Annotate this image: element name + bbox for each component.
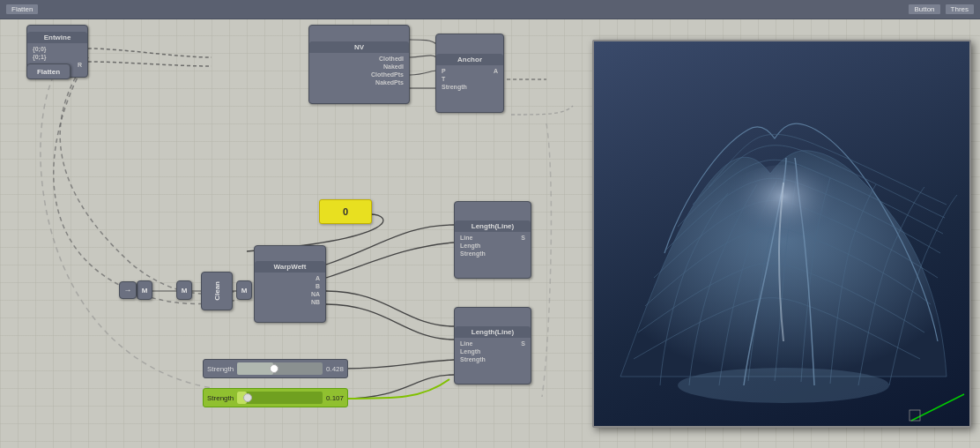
m-node-mid[interactable]: M: [176, 280, 192, 300]
warpweft-node[interactable]: WarpWeft A B NA NB: [254, 245, 326, 323]
llb-port-length: Length: [458, 347, 527, 355]
slider-knob-1[interactable]: [270, 364, 278, 373]
svg-point-1: [678, 368, 889, 403]
warpweft-port-a: A: [258, 274, 322, 282]
strength-label-1: Strength: [207, 365, 234, 373]
warpweft-port-nb: NB: [258, 298, 322, 306]
number-zero-label: 0: [343, 206, 348, 217]
llb-port-line: Line S: [458, 340, 527, 347]
flatten-left-node[interactable]: Flatten: [26, 63, 71, 79]
llt-port-strength: Strength: [458, 250, 527, 258]
mesh-svg: [594, 41, 971, 428]
anchor-port-p: P A: [440, 67, 500, 75]
llb-port-strength: Strength: [458, 355, 527, 363]
warpweft-port-b: B: [258, 282, 322, 290]
strength-slider-1[interactable]: Strength 0.428: [203, 359, 348, 378]
nv-node[interactable]: NV ClothedI NakedI ClothedPts NakedPts: [308, 25, 410, 104]
entwine-port-0: {0;0}: [31, 45, 84, 53]
warpweft-port-na: NA: [258, 290, 322, 298]
svg-point-0: [713, 165, 854, 271]
slider-knob-2[interactable]: [243, 393, 252, 402]
flatten-button[interactable]: Flatten: [5, 4, 39, 15]
anchor-port-strength: Strength: [440, 83, 500, 91]
strength-value-1: 0.428: [326, 365, 344, 373]
number-zero-node[interactable]: 0: [319, 199, 372, 224]
nv-port-nakedpts: NakedPts: [313, 78, 405, 86]
length-line-bottom-title: Length(Line): [455, 326, 531, 338]
llt-port-length: Length: [458, 242, 527, 250]
viewport-panel: [592, 40, 971, 428]
nv-port-clothedpts: ClothedPts: [313, 71, 405, 78]
length-line-top-title: Length(Line): [455, 220, 531, 232]
flatten-left-label: Flatten: [37, 68, 60, 76]
nv-title: NV: [309, 41, 409, 53]
slider-track-1[interactable]: [237, 362, 323, 375]
m-node-left[interactable]: M: [137, 280, 152, 300]
anchor-node[interactable]: Anchor P A T Strength: [435, 34, 504, 113]
anchor-port-t: T: [440, 75, 500, 83]
slider-track-2[interactable]: [237, 392, 323, 404]
button-btn[interactable]: Button: [908, 4, 940, 15]
strength-value-2: 0.107: [326, 394, 344, 402]
clean-label: Clean: [213, 281, 221, 301]
clean-node[interactable]: Clean: [201, 272, 233, 310]
viewport-3d: [594, 41, 969, 426]
thres-btn[interactable]: Thres: [945, 4, 975, 15]
anchor-title: Anchor: [436, 54, 503, 65]
entwine-title: Entwine: [27, 32, 87, 43]
svg-line-2: [911, 394, 964, 421]
top-bar: Flatten Button Thres: [0, 0, 980, 19]
strength-slider-2[interactable]: Strength 0.107: [203, 388, 348, 407]
length-line-bottom-node[interactable]: Length(Line) Line S Length Strength: [454, 307, 531, 385]
nv-port-nakedi: NakedI: [313, 63, 405, 71]
m-node-right[interactable]: M: [236, 280, 252, 300]
nv-port-clothedi: ClothedI: [313, 55, 405, 63]
entwine-port-1: {0;1}: [31, 53, 84, 61]
strength-label-2: Strength: [207, 394, 234, 402]
llt-port-line: Line S: [458, 234, 527, 242]
length-line-top-node[interactable]: Length(Line) Line S Length Strength: [454, 201, 531, 279]
warpweft-title: WarpWeft: [255, 261, 325, 273]
arrow-node[interactable]: →: [119, 281, 137, 299]
